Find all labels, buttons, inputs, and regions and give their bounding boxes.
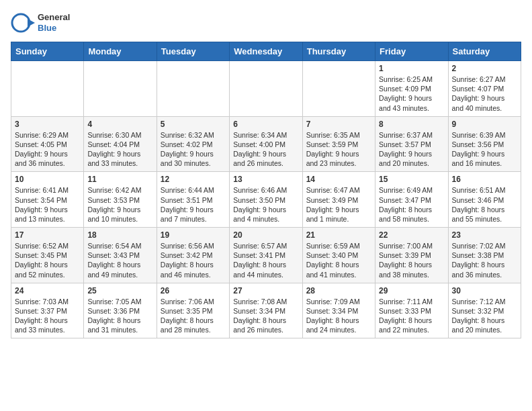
day-number: 26 xyxy=(161,286,226,295)
day-info: Sunrise: 6:44 AM Sunset: 3:51 PM Dayligh… xyxy=(161,185,226,224)
logo: GeneralBlue xyxy=(11,11,70,35)
weekday-header-saturday: Saturday xyxy=(448,42,521,61)
day-number: 6 xyxy=(233,120,298,129)
calendar-week-row: 10Sunrise: 6:41 AM Sunset: 3:54 PM Dayli… xyxy=(11,172,521,228)
day-number: 30 xyxy=(452,286,517,295)
calendar-cell: 7Sunrise: 6:35 AM Sunset: 3:59 PM Daylig… xyxy=(302,116,375,172)
calendar-cell: 26Sunrise: 7:06 AM Sunset: 3:35 PM Dayli… xyxy=(157,283,229,338)
day-number: 23 xyxy=(452,230,517,240)
day-number: 19 xyxy=(161,230,226,240)
day-number: 2 xyxy=(452,64,517,73)
day-info: Sunrise: 6:49 AM Sunset: 3:47 PM Dayligh… xyxy=(379,185,444,224)
calendar-header-row: SundayMondayTuesdayWednesdayThursdayFrid… xyxy=(11,42,521,61)
day-info: Sunrise: 7:11 AM Sunset: 3:33 PM Dayligh… xyxy=(379,297,444,335)
day-info: Sunrise: 6:35 AM Sunset: 3:59 PM Dayligh… xyxy=(306,130,371,169)
logo-general-label: General xyxy=(38,12,70,23)
day-number: 5 xyxy=(161,120,226,129)
calendar-cell: 19Sunrise: 6:56 AM Sunset: 3:42 PM Dayli… xyxy=(157,228,229,283)
page: GeneralBlue SundayMondayTuesdayWednesday… xyxy=(0,0,532,347)
calendar-cell: 8Sunrise: 6:37 AM Sunset: 3:57 PM Daylig… xyxy=(375,116,448,172)
day-number: 10 xyxy=(15,175,80,184)
calendar-cell: 16Sunrise: 6:51 AM Sunset: 3:46 PM Dayli… xyxy=(448,172,521,228)
day-info: Sunrise: 6:27 AM Sunset: 4:07 PM Dayligh… xyxy=(452,75,517,113)
svg-point-0 xyxy=(12,14,30,32)
logo-blue-label: Blue xyxy=(38,23,70,34)
day-info: Sunrise: 6:29 AM Sunset: 4:05 PM Dayligh… xyxy=(15,130,80,169)
day-number: 27 xyxy=(233,286,298,295)
calendar-cell: 29Sunrise: 7:11 AM Sunset: 3:33 PM Dayli… xyxy=(375,283,448,338)
calendar-cell: 28Sunrise: 7:09 AM Sunset: 3:34 PM Dayli… xyxy=(302,283,375,338)
day-number: 15 xyxy=(379,175,444,184)
day-info: Sunrise: 7:00 AM Sunset: 3:39 PM Dayligh… xyxy=(379,241,444,279)
calendar-cell: 14Sunrise: 6:47 AM Sunset: 3:49 PM Dayli… xyxy=(302,172,375,228)
calendar-cell: 23Sunrise: 7:02 AM Sunset: 3:38 PM Dayli… xyxy=(448,228,521,283)
day-info: Sunrise: 7:02 AM Sunset: 3:38 PM Dayligh… xyxy=(452,241,517,279)
calendar-cell: 12Sunrise: 6:44 AM Sunset: 3:51 PM Dayli… xyxy=(157,172,229,228)
day-info: Sunrise: 6:39 AM Sunset: 3:56 PM Dayligh… xyxy=(452,130,517,169)
calendar-cell xyxy=(84,61,157,117)
day-info: Sunrise: 6:25 AM Sunset: 4:09 PM Dayligh… xyxy=(379,75,444,113)
day-info: Sunrise: 7:12 AM Sunset: 3:32 PM Dayligh… xyxy=(452,297,517,335)
day-info: Sunrise: 7:09 AM Sunset: 3:34 PM Dayligh… xyxy=(306,297,371,335)
day-info: Sunrise: 7:08 AM Sunset: 3:34 PM Dayligh… xyxy=(233,297,298,335)
day-info: Sunrise: 6:42 AM Sunset: 3:53 PM Dayligh… xyxy=(87,185,152,224)
day-number: 20 xyxy=(233,230,298,240)
calendar-cell: 21Sunrise: 6:59 AM Sunset: 3:40 PM Dayli… xyxy=(302,228,375,283)
day-info: Sunrise: 6:47 AM Sunset: 3:49 PM Dayligh… xyxy=(306,185,371,224)
calendar-week-row: 3Sunrise: 6:29 AM Sunset: 4:05 PM Daylig… xyxy=(11,116,521,172)
day-info: Sunrise: 6:34 AM Sunset: 4:00 PM Dayligh… xyxy=(233,130,298,169)
calendar-cell xyxy=(11,61,84,117)
calendar-cell: 11Sunrise: 6:42 AM Sunset: 3:53 PM Dayli… xyxy=(84,172,157,228)
day-info: Sunrise: 6:32 AM Sunset: 4:02 PM Dayligh… xyxy=(161,130,226,169)
calendar-cell: 18Sunrise: 6:54 AM Sunset: 3:43 PM Dayli… xyxy=(84,228,157,283)
day-number: 17 xyxy=(15,230,80,240)
day-number: 7 xyxy=(306,120,371,129)
calendar-cell xyxy=(302,61,375,117)
day-info: Sunrise: 6:59 AM Sunset: 3:40 PM Dayligh… xyxy=(306,241,371,279)
calendar-cell: 15Sunrise: 6:49 AM Sunset: 3:47 PM Dayli… xyxy=(375,172,448,228)
calendar-cell: 17Sunrise: 6:52 AM Sunset: 3:45 PM Dayli… xyxy=(11,228,84,283)
calendar-cell: 3Sunrise: 6:29 AM Sunset: 4:05 PM Daylig… xyxy=(11,116,84,172)
day-number: 21 xyxy=(306,230,371,240)
weekday-header-monday: Monday xyxy=(84,42,157,61)
day-number: 4 xyxy=(87,120,152,129)
day-number: 14 xyxy=(306,175,371,184)
svg-marker-1 xyxy=(28,19,35,27)
day-number: 9 xyxy=(452,120,517,129)
calendar-week-row: 24Sunrise: 7:03 AM Sunset: 3:37 PM Dayli… xyxy=(11,283,521,338)
weekday-header-tuesday: Tuesday xyxy=(157,42,229,61)
day-info: Sunrise: 6:56 AM Sunset: 3:42 PM Dayligh… xyxy=(161,241,226,279)
calendar-week-row: 1Sunrise: 6:25 AM Sunset: 4:09 PM Daylig… xyxy=(11,61,521,117)
calendar-cell xyxy=(230,61,302,117)
calendar-week-row: 17Sunrise: 6:52 AM Sunset: 3:45 PM Dayli… xyxy=(11,228,521,283)
logo-svg-icon xyxy=(11,11,35,35)
day-info: Sunrise: 6:57 AM Sunset: 3:41 PM Dayligh… xyxy=(233,241,298,279)
calendar-table: SundayMondayTuesdayWednesdayThursdayFrid… xyxy=(11,42,521,338)
day-number: 29 xyxy=(379,286,444,295)
day-info: Sunrise: 7:06 AM Sunset: 3:35 PM Dayligh… xyxy=(161,297,226,335)
day-info: Sunrise: 6:37 AM Sunset: 3:57 PM Dayligh… xyxy=(379,130,444,169)
weekday-header-sunday: Sunday xyxy=(11,42,84,61)
calendar-cell: 10Sunrise: 6:41 AM Sunset: 3:54 PM Dayli… xyxy=(11,172,84,228)
weekday-header-wednesday: Wednesday xyxy=(230,42,302,61)
day-info: Sunrise: 6:30 AM Sunset: 4:04 PM Dayligh… xyxy=(87,130,152,169)
calendar-cell: 24Sunrise: 7:03 AM Sunset: 3:37 PM Dayli… xyxy=(11,283,84,338)
calendar-cell: 6Sunrise: 6:34 AM Sunset: 4:00 PM Daylig… xyxy=(230,116,302,172)
day-info: Sunrise: 6:51 AM Sunset: 3:46 PM Dayligh… xyxy=(452,185,517,224)
day-info: Sunrise: 7:05 AM Sunset: 3:36 PM Dayligh… xyxy=(87,297,152,335)
day-info: Sunrise: 6:54 AM Sunset: 3:43 PM Dayligh… xyxy=(87,241,152,279)
calendar-cell xyxy=(157,61,229,117)
day-number: 16 xyxy=(452,175,517,184)
day-number: 1 xyxy=(379,64,444,73)
day-number: 13 xyxy=(233,175,298,184)
day-number: 12 xyxy=(161,175,226,184)
day-number: 8 xyxy=(379,120,444,129)
day-info: Sunrise: 6:41 AM Sunset: 3:54 PM Dayligh… xyxy=(15,185,80,224)
calendar-cell: 30Sunrise: 7:12 AM Sunset: 3:32 PM Dayli… xyxy=(448,283,521,338)
day-info: Sunrise: 6:52 AM Sunset: 3:45 PM Dayligh… xyxy=(15,241,80,279)
calendar-cell: 1Sunrise: 6:25 AM Sunset: 4:09 PM Daylig… xyxy=(375,61,448,117)
day-number: 28 xyxy=(306,286,371,295)
calendar-cell: 25Sunrise: 7:05 AM Sunset: 3:36 PM Dayli… xyxy=(84,283,157,338)
day-info: Sunrise: 7:03 AM Sunset: 3:37 PM Dayligh… xyxy=(15,297,80,335)
day-number: 11 xyxy=(87,175,152,184)
